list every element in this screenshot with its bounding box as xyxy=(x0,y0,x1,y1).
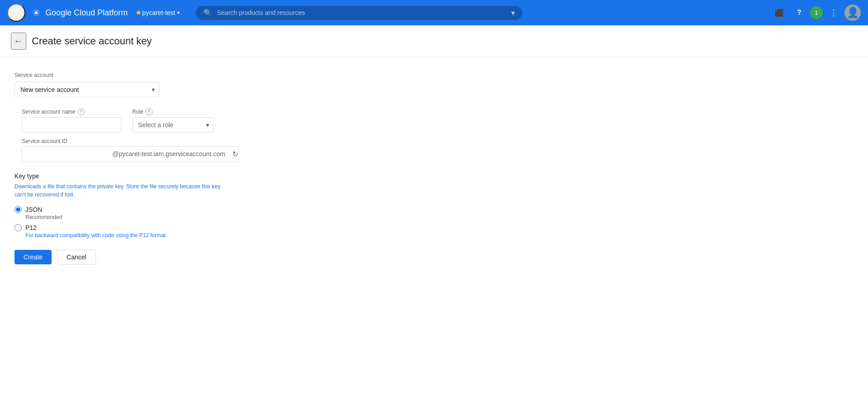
help-button[interactable]: ? xyxy=(790,4,808,22)
role-select[interactable]: Select a role xyxy=(132,117,214,133)
page-header: ← Create service account key xyxy=(0,25,868,57)
project-selector[interactable]: pycaret-test ▾ xyxy=(133,7,183,18)
notifications-button[interactable]: 1 xyxy=(810,6,823,19)
logo: Google Cloud Platform xyxy=(31,7,128,18)
avatar-icon: 👤 xyxy=(847,7,859,19)
json-label-text: JSON xyxy=(25,206,42,213)
key-type-title: Key type xyxy=(14,172,854,180)
refresh-id-button[interactable]: ↻ xyxy=(229,147,239,161)
service-account-section: Service account New service account Comp… xyxy=(14,72,854,97)
role-field: Role ? Select a role ▾ xyxy=(132,108,214,133)
project-dropdown-icon: ▾ xyxy=(177,10,180,16)
project-dot-icon xyxy=(137,11,140,14)
json-radio-input[interactable] xyxy=(14,206,22,213)
service-account-name-label-text: Service account name xyxy=(22,109,76,115)
key-type-description: Downloads a file that contains the priva… xyxy=(14,182,232,199)
p12-radio-label[interactable]: P12 xyxy=(14,224,854,231)
user-avatar-button[interactable]: 👤 xyxy=(844,5,861,21)
action-buttons: Create Cancel xyxy=(14,249,854,265)
hamburger-menu-button[interactable]: ☰ xyxy=(7,4,25,22)
role-label-text: Role xyxy=(132,109,144,115)
help-icon: ? xyxy=(797,9,801,17)
json-sublabel: Recommended xyxy=(25,214,854,220)
service-account-select-wrapper: New service account Compute Engine defau… xyxy=(14,82,159,97)
gcp-logo-icon xyxy=(31,7,42,18)
service-account-id-row: @pycaret-test.iam.gserviceaccount.com ↻ xyxy=(22,146,239,162)
service-account-name-input[interactable] xyxy=(22,117,121,133)
cloud-shell-button[interactable]: ⬛ xyxy=(770,4,788,22)
p12-radio-input[interactable] xyxy=(14,224,22,231)
json-radio-label[interactable]: JSON xyxy=(14,206,854,213)
search-input[interactable] xyxy=(217,9,507,16)
more-options-icon: ⋮ xyxy=(830,8,838,18)
service-account-select[interactable]: New service account Compute Engine defau… xyxy=(14,82,159,97)
search-expand-icon[interactable]: ▾ xyxy=(511,9,515,17)
project-name: pycaret-test xyxy=(142,9,175,16)
role-help-icon[interactable]: ? xyxy=(145,108,153,115)
hamburger-icon: ☰ xyxy=(13,8,20,18)
service-account-label: Service account xyxy=(14,72,854,78)
create-button[interactable]: Create xyxy=(14,250,52,264)
json-radio-option: JSON Recommended xyxy=(14,206,854,220)
service-account-id-label: Service account ID xyxy=(22,138,854,144)
back-button[interactable]: ← xyxy=(11,33,26,50)
cloud-shell-icon: ⬛ xyxy=(775,9,784,17)
p12-radio-option: P12 For backward compatibility with code… xyxy=(14,224,854,239)
name-role-row: Service account name ? Role ? Select a r… xyxy=(22,108,854,133)
notification-count: 1 xyxy=(815,10,818,16)
search-bar: 🔍 ▾ xyxy=(196,6,522,20)
p12-sublabel: For backward compatibility with code usi… xyxy=(25,232,854,239)
role-label-row: Role ? xyxy=(132,108,214,115)
service-account-name-field: Service account name ? xyxy=(22,108,121,133)
more-options-button[interactable]: ⋮ xyxy=(825,4,843,22)
service-account-id-input[interactable] xyxy=(22,147,112,161)
p12-label-text: P12 xyxy=(25,224,37,231)
logo-text: Google Cloud Platform xyxy=(45,8,128,18)
main-content: Service account New service account Comp… xyxy=(0,57,868,279)
back-arrow-icon: ← xyxy=(14,35,24,47)
service-account-id-suffix: @pycaret-test.iam.gserviceaccount.com xyxy=(112,147,229,161)
top-navigation: ☰ Google Cloud Platform pycaret-test ▾ 🔍… xyxy=(0,0,868,25)
service-account-name-label-row: Service account name ? xyxy=(22,108,121,115)
search-icon: 🔍 xyxy=(203,9,212,17)
top-nav-right-actions: ⬛ ? 1 ⋮ 👤 xyxy=(770,4,861,22)
service-account-id-section: Service account ID @pycaret-test.iam.gse… xyxy=(22,138,854,162)
cancel-button[interactable]: Cancel xyxy=(57,249,96,265)
key-type-section: Key type Downloads a file that contains … xyxy=(14,172,854,239)
role-select-wrapper: Select a role ▾ xyxy=(132,117,214,133)
page-title: Create service account key xyxy=(32,35,152,47)
service-account-name-help-icon[interactable]: ? xyxy=(77,108,85,115)
